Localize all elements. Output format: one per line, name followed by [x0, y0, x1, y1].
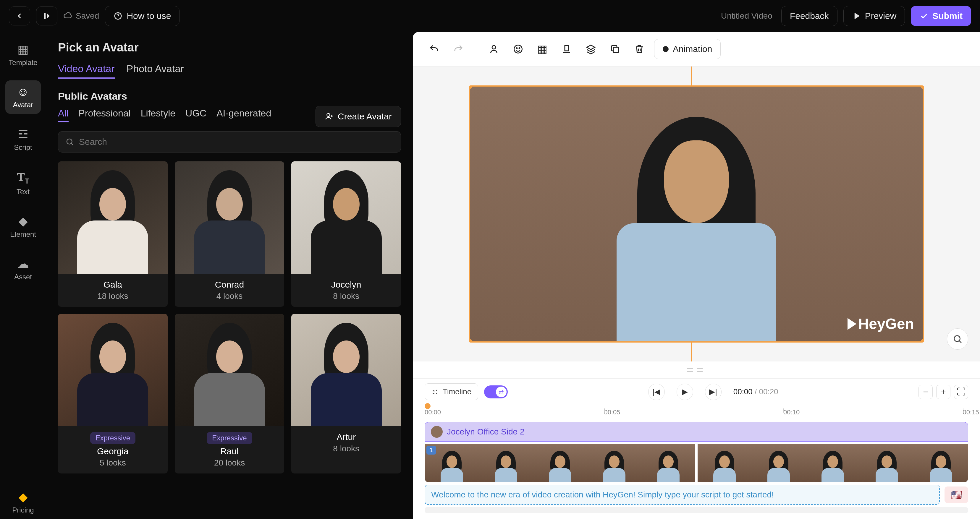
- document-title[interactable]: Untitled Video: [721, 11, 772, 21]
- avatar-card[interactable]: Gala 18 looks: [58, 161, 168, 307]
- time-display: 00:00 / 00:20: [733, 387, 778, 396]
- rail-pricing[interactable]: ◆Pricing: [5, 485, 41, 519]
- svg-point-11: [954, 336, 960, 342]
- rail-text[interactable]: TTText: [5, 165, 41, 201]
- filter-all[interactable]: All: [58, 108, 68, 122]
- zoom-fit-button[interactable]: [947, 329, 968, 350]
- clip-label[interactable]: Jocelyn Office Side 2: [425, 422, 968, 441]
- audio-track[interactable]: [425, 507, 968, 513]
- ruler-tick: 00:05: [604, 408, 620, 416]
- svg-rect-10: [613, 47, 619, 52]
- rail-element[interactable]: ◆Element: [5, 210, 41, 243]
- avatar-name: Artur: [297, 432, 395, 442]
- video-clip[interactable]: [425, 444, 968, 482]
- svg-marker-3: [855, 13, 859, 19]
- back-button[interactable]: [9, 6, 30, 25]
- svg-point-5: [67, 139, 72, 144]
- ruler-tick: 00:15: [963, 408, 979, 416]
- resize-handle[interactable]: [469, 86, 472, 89]
- canvas-frame[interactable]: HeyGen: [469, 86, 924, 343]
- script-track[interactable]: Welcome to the new era of video creation…: [425, 485, 940, 505]
- avatar-preview: [617, 140, 776, 341]
- saved-status: Saved: [63, 11, 99, 21]
- animation-button[interactable]: Animation: [654, 39, 721, 59]
- clip-frame: [914, 444, 968, 482]
- filter-professional[interactable]: Professional: [79, 108, 131, 122]
- create-avatar-button[interactable]: Create Avatar: [315, 106, 401, 127]
- avatar-card[interactable]: Artur 8 looks: [291, 314, 401, 473]
- rail-template[interactable]: ▦Template: [5, 38, 41, 71]
- filter-ugc[interactable]: UGC: [185, 108, 207, 122]
- feedback-button[interactable]: Feedback: [781, 6, 837, 26]
- clip-frame: [641, 444, 695, 482]
- preview-button[interactable]: Preview: [843, 6, 905, 26]
- next-button[interactable]: ▶|: [705, 384, 722, 400]
- clip-frame: [587, 444, 641, 482]
- svg-point-4: [327, 113, 330, 116]
- copy-icon[interactable]: [606, 40, 625, 59]
- filter-lifestyle[interactable]: Lifestyle: [141, 108, 175, 122]
- resize-handle[interactable]: [921, 86, 924, 89]
- timeline-ruler[interactable]: 00:0000:0500:1000:15: [425, 405, 968, 419]
- avatar-looks: 8 looks: [297, 291, 395, 301]
- filter-ai-generated[interactable]: AI-generated: [216, 108, 271, 122]
- how-to-use-button[interactable]: How to use: [105, 6, 180, 26]
- clip-avatar-icon: [431, 426, 443, 438]
- face-icon[interactable]: [509, 40, 528, 59]
- tab-video-avatar[interactable]: Video Avatar: [58, 63, 115, 79]
- avatar-name: Georgia: [64, 446, 162, 456]
- tab-photo-avatar[interactable]: Photo Avatar: [127, 63, 184, 79]
- svg-point-6: [492, 46, 496, 49]
- zoom-fit-timeline-button[interactable]: ⛶: [954, 385, 968, 399]
- svg-point-9: [519, 48, 520, 49]
- svg-marker-1: [47, 13, 50, 19]
- delete-icon[interactable]: [630, 40, 649, 59]
- zoom-in-button[interactable]: +: [936, 385, 950, 399]
- avatar-name: Gala: [64, 279, 162, 290]
- layers-icon[interactable]: [581, 40, 600, 59]
- svg-rect-0: [44, 13, 46, 19]
- avatar-card[interactable]: Conrad 4 looks: [175, 161, 285, 307]
- rail-script[interactable]: ☲Script: [5, 123, 41, 156]
- background-icon[interactable]: ▦: [533, 40, 552, 59]
- public-avatars-title: Public Avatars: [58, 90, 401, 102]
- zoom-out-button[interactable]: −: [918, 385, 933, 399]
- language-flag[interactable]: 🇺🇸: [945, 486, 968, 503]
- person-icon[interactable]: [484, 40, 503, 59]
- resize-handle[interactable]: [469, 339, 472, 343]
- collapse-panel-button[interactable]: [409, 144, 413, 180]
- undo-button[interactable]: [425, 40, 444, 59]
- avatar-card[interactable]: Expressive Georgia 5 looks: [58, 314, 168, 473]
- submit-button[interactable]: Submit: [911, 6, 971, 26]
- svg-point-7: [514, 45, 522, 53]
- avatar-card[interactable]: Expressive Raul 20 looks: [175, 314, 285, 473]
- rail-asset[interactable]: ☁Asset: [5, 252, 41, 286]
- logo-button[interactable]: [36, 6, 57, 25]
- clip-frame: [479, 444, 533, 482]
- play-button[interactable]: ▶: [676, 384, 693, 400]
- search-input[interactable]: [79, 137, 394, 147]
- avatar-looks: 4 looks: [181, 291, 278, 301]
- playhead-cursor[interactable]: [425, 403, 431, 409]
- avatar-name: Raul: [181, 446, 278, 456]
- timeline-toggle[interactable]: ⇄: [484, 386, 508, 398]
- avatar-looks: 18 looks: [64, 291, 162, 301]
- redo-button[interactable]: [449, 40, 468, 59]
- search-box[interactable]: [58, 131, 401, 152]
- ruler-tick: 00:00: [425, 408, 441, 416]
- avatar-card[interactable]: Jocelyn 8 looks: [291, 161, 401, 307]
- align-icon[interactable]: [557, 40, 576, 59]
- timeline-button[interactable]: Timeline: [425, 383, 478, 400]
- clip-frame: [806, 444, 860, 482]
- resize-handle[interactable]: [921, 339, 924, 343]
- rail-avatar[interactable]: ☺Avatar: [5, 80, 41, 114]
- avatar-looks: 8 looks: [297, 444, 395, 453]
- prev-button[interactable]: |◀: [648, 384, 665, 400]
- clip-frame: [752, 444, 806, 482]
- timeline-resize-handle[interactable]: ==: [413, 362, 980, 378]
- expressive-badge: Expressive: [90, 432, 135, 444]
- animation-dot-icon: [663, 46, 668, 52]
- ruler-tick: 00:10: [783, 408, 800, 416]
- svg-point-8: [516, 48, 517, 49]
- watermark: HeyGen: [848, 315, 914, 333]
